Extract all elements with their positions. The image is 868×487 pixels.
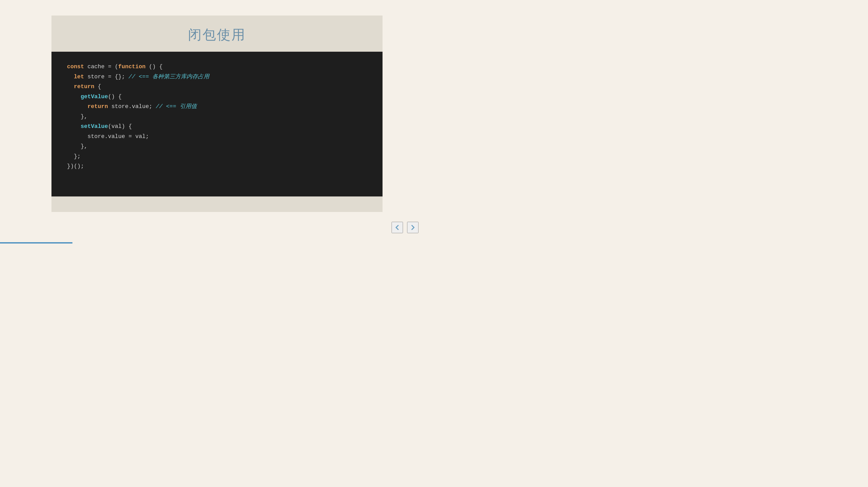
code-line-6: }, bbox=[67, 112, 367, 122]
slide-title: 闭包使用 bbox=[67, 26, 367, 44]
nav-buttons bbox=[392, 222, 418, 233]
code-line-8: store.value = val; bbox=[67, 132, 367, 142]
code-line-1: const cache = (function () { bbox=[67, 62, 367, 72]
keyword-return-1: return bbox=[74, 84, 94, 90]
code-line-10: }; bbox=[67, 152, 367, 162]
code-line-7: setValue(val) { bbox=[67, 122, 367, 132]
code-line-4: getValue() { bbox=[67, 92, 367, 102]
code-line-3: return { bbox=[67, 82, 367, 92]
keyword-return-2: return bbox=[87, 103, 108, 110]
prev-button[interactable] bbox=[392, 222, 403, 233]
keyword-function: function bbox=[118, 64, 146, 70]
next-icon bbox=[408, 223, 417, 232]
keyword-let: let bbox=[74, 74, 84, 80]
slide-container: 闭包使用 const cache = (function () { let st… bbox=[0, 0, 434, 244]
prev-icon bbox=[393, 223, 402, 232]
code-line-9: }, bbox=[67, 142, 367, 152]
method-getvalue: getValue bbox=[81, 94, 108, 100]
next-button[interactable] bbox=[407, 222, 418, 233]
code-line-2: let store = {}; // <== 各种第三方库内存占用 bbox=[67, 72, 367, 82]
progress-bar bbox=[0, 242, 72, 244]
code-line-11: })(); bbox=[67, 162, 367, 172]
slide-footer bbox=[52, 196, 382, 212]
slide-card: 闭包使用 const cache = (function () { let st… bbox=[52, 15, 382, 212]
code-content: const cache = (function () { let store =… bbox=[67, 62, 367, 172]
keyword-const: const bbox=[67, 64, 84, 70]
code-block: const cache = (function () { let store =… bbox=[52, 52, 382, 196]
slide-header: 闭包使用 bbox=[52, 15, 382, 52]
method-setvalue: setValue bbox=[81, 123, 108, 130]
code-line-5: return store.value; // <== 引用值 bbox=[67, 102, 367, 112]
